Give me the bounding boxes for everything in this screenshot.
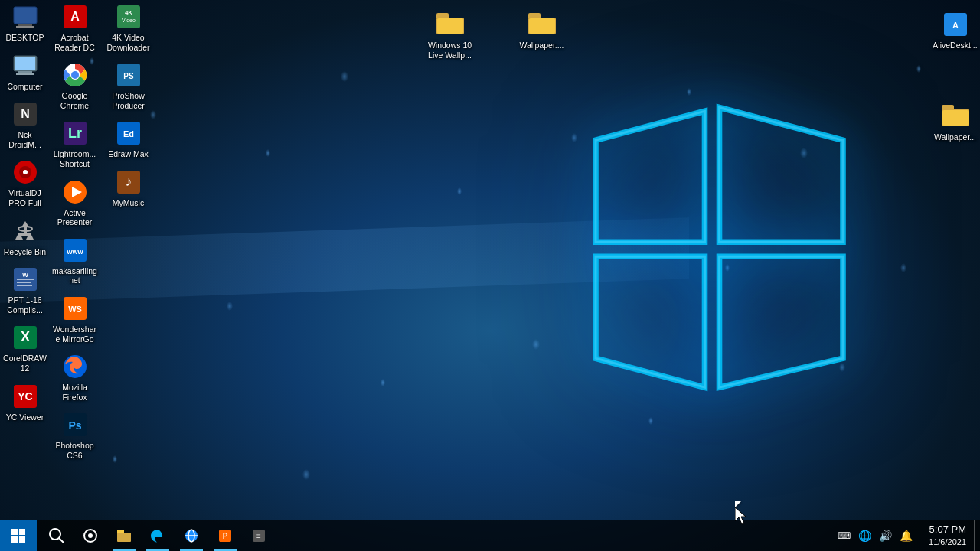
svg-rect-10 [16, 26, 34, 28]
svg-point-71 [50, 529, 60, 540]
svg-rect-69 [11, 536, 18, 543]
icon-label-lightroom: Lightroom... Shortcut [51, 149, 98, 168]
icon-label-ycviewer: YC Viewer [6, 412, 44, 422]
svg-rect-60 [529, 18, 555, 34]
icon-label-pt116: PPT 1-16 Complis... [2, 295, 48, 315]
icon-wallpaper2[interactable]: Wallpaper... [930, 99, 980, 145]
icon-wallpaper1[interactable]: Wallpaper.... [517, 8, 567, 63]
icon-wondershare[interactable]: WS Wondershare MirrorGo [50, 292, 100, 347]
top-folders: Windows 10 Live Wallp... Wallpaper.... [425, 8, 567, 63]
icon-label-firefox: Mozilla Firefox [51, 383, 98, 402]
icon-pt116[interactable]: W PPT 1-16 Complis... [0, 262, 50, 318]
svg-text:N: N [21, 107, 30, 120]
svg-text:Ed: Ed [122, 129, 133, 139]
svg-text:A: A [70, 10, 80, 23]
svg-rect-65 [942, 110, 969, 126]
svg-rect-76 [117, 530, 124, 533]
taskbar-app6[interactable]: ≡ [242, 520, 276, 551]
icon-label-4kvideo: 4K Video Downloader [105, 33, 152, 52]
icon-col-2: 4KVideo 4K Video Downloader PS ProShow P… [103, 0, 153, 211]
svg-text:PS: PS [123, 72, 134, 80]
svg-text:Video: Video [122, 18, 136, 23]
icon-label-computer: Computer [7, 82, 42, 92]
icon-makasariling[interactable]: www makasariling net [50, 233, 100, 289]
clock-time: 5:07 PM [929, 523, 966, 536]
icon-label-nck: Nck DroidM... [2, 130, 48, 149]
icon-label-wondershare: Wondershare MirrorGo [51, 324, 98, 344]
svg-text:4K: 4K [124, 9, 132, 16]
svg-rect-57 [437, 18, 463, 34]
svg-point-34 [71, 71, 79, 79]
clock-date: 11/6/2021 [929, 536, 966, 547]
icon-label-mymusic: MyMusic [113, 198, 144, 208]
taskbar-app5[interactable]: P [208, 520, 242, 551]
icon-mymusic[interactable]: ♪ MyMusic [103, 165, 153, 211]
icon-desktop[interactable]: DESKTOP [0, 0, 50, 46]
svg-text:♪: ♪ [125, 174, 132, 189]
icon-alivedeskt[interactable]: A AliveDeskt... [930, 8, 980, 54]
tray-notification[interactable]: 🔔 [897, 530, 915, 542]
taskbar: P ≡ ⌨ 🌐 🔊 🔔 5:07 PM 11/6/2021 [0, 520, 980, 551]
svg-rect-23 [17, 279, 34, 280]
svg-rect-56 [436, 13, 449, 19]
icon-label-acrobat: Acrobat Reader DC [51, 33, 98, 52]
icon-nck[interactable]: N Nck DroidM... [0, 97, 50, 152]
svg-point-74 [88, 533, 93, 538]
icon-chrome[interactable]: Google Chrome [50, 58, 100, 113]
icon-firefox[interactable]: Mozilla Firefox [50, 350, 100, 405]
tray-keyboard[interactable]: ⌨ [835, 530, 853, 541]
svg-text:A: A [952, 21, 959, 30]
icon-col-1: A Acrobat Reader DC Google Chrome Lr [50, 0, 100, 464]
svg-rect-13 [18, 71, 32, 73]
svg-text:www: www [66, 248, 83, 256]
icon-label-wallpaper1: Wallpaper.... [520, 41, 564, 51]
icon-win10live[interactable]: Windows 10 Live Wallp... [425, 8, 475, 63]
icon-edraw[interactable]: Ed Edraw Max [103, 116, 153, 162]
tray-network[interactable]: 🌐 [856, 530, 874, 542]
svg-line-72 [59, 538, 64, 543]
svg-text:≡: ≡ [256, 532, 261, 540]
taskbar-clock[interactable]: 5:07 PM 11/6/2021 [921, 523, 974, 547]
svg-text:W: W [22, 272, 28, 279]
icon-computer[interactable]: Computer [0, 49, 50, 95]
svg-rect-8 [14, 7, 37, 24]
icon-label-virtualdj: VirtualDJ PRO Full [2, 188, 48, 207]
icon-recycle[interactable]: Recycle Bin [0, 214, 50, 260]
tray-volume[interactable]: 🔊 [877, 530, 894, 542]
svg-text:P: P [223, 532, 228, 540]
svg-text:X: X [20, 329, 29, 344]
svg-rect-70 [19, 536, 25, 543]
svg-rect-64 [942, 105, 954, 111]
taskbar-pinned: P ≡ [37, 520, 279, 551]
icon-acrobat[interactable]: A Acrobat Reader DC [50, 0, 100, 55]
svg-rect-24 [17, 282, 31, 283]
icon-active[interactable]: Active Presenter [50, 175, 100, 230]
start-button[interactable] [0, 520, 37, 551]
svg-rect-9 [18, 24, 32, 26]
svg-rect-25 [17, 285, 32, 286]
svg-rect-59 [528, 13, 541, 19]
icon-label-win10live: Windows 10 Live Wallp... [426, 41, 473, 60]
svg-point-19 [23, 170, 28, 174]
icon-lightroom[interactable]: Lr Lightroom... Shortcut [50, 116, 100, 171]
taskbar-search[interactable] [40, 520, 74, 551]
taskbar-ie[interactable] [175, 520, 208, 551]
icon-label-recycle: Recycle Bin [4, 247, 46, 257]
icon-4kvideo[interactable]: 4KVideo 4K Video Downloader [103, 0, 153, 55]
show-desktop-button[interactable] [974, 520, 980, 551]
taskbar-file-explorer[interactable] [107, 520, 141, 551]
icon-ycviewer[interactable]: YC YC Viewer [0, 380, 50, 425]
icon-label-chrome: Google Chrome [51, 91, 98, 110]
taskbar-cortana[interactable] [74, 520, 107, 551]
desktop-area: DESKTOP Computer N Nck DroidM... Virtual… [0, 0, 980, 520]
svg-rect-75 [117, 533, 131, 542]
icon-photoshop[interactable]: Ps Photoshop CS6 [50, 408, 100, 463]
icon-proshow[interactable]: PS ProShow Producer [103, 58, 153, 113]
taskbar-tray: ⌨ 🌐 🔊 🔔 [829, 520, 921, 551]
icon-coreldraw[interactable]: X CorelDRAW 12 [0, 321, 50, 376]
taskbar-edge[interactable] [141, 520, 175, 551]
icon-virtualdj[interactable]: VirtualDJ PRO Full [0, 155, 50, 210]
icon-label-coreldraw: CorelDRAW 12 [2, 354, 48, 373]
icon-label-edraw: Edraw Max [108, 149, 149, 159]
svg-rect-68 [19, 529, 25, 535]
